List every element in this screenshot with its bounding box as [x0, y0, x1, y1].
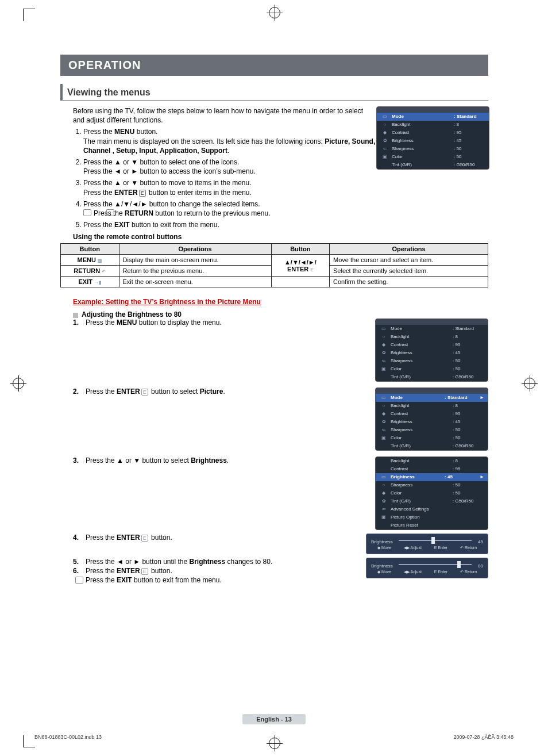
example-step-2: 2.Press the ENTERE button to select Pict…	[60, 387, 488, 456]
brightness-slider-45: Brightness 45 ◆ Move◀▶ AdjustE Enter↶ Re…	[366, 534, 488, 554]
cell-exit: EXIT →▮	[61, 277, 119, 287]
enter-icon: E	[141, 568, 148, 575]
enter-icon: E	[139, 190, 146, 197]
example-step-4: 4.Press the ENTERE button. Brightness 45…	[60, 534, 488, 558]
sound-icon: ○	[380, 121, 389, 128]
section-title: Viewing the menus	[60, 84, 488, 101]
example-step-3: 3.Press the ▲ or ▼ button to select Brig…	[60, 456, 488, 534]
example-step-1: 1.Press the MENU button to display the m…	[60, 318, 488, 387]
cell: Select the currently selected item.	[330, 266, 488, 277]
enter-icon: E	[141, 389, 148, 396]
cell-menu: MENU ▥	[61, 255, 119, 266]
step-2: Press the ▲ or ▼ button to select one of…	[83, 158, 382, 176]
brightness-slider-80: Brightness 80 ◆ Move◀▶ AdjustE Enter↶ Re…	[366, 558, 488, 578]
step-3: Press the ▲ or ▼ button to move to items…	[83, 178, 382, 197]
th-ops: Operations	[119, 244, 271, 255]
setup-icon: ✿	[380, 137, 389, 144]
crop-mark	[23, 9, 35, 21]
cell: Return to the previous menu.	[119, 266, 271, 277]
registration-mark-icon	[269, 7, 280, 18]
registration-mark-icon	[524, 378, 535, 389]
chapter-header: OPERATION	[60, 55, 488, 76]
content-area: OPERATION Viewing the menus Before using…	[60, 55, 488, 584]
print-footer: BN68-01883C-00L02.indb 13 2009-07-28 ¿ÀÈ…	[34, 734, 514, 740]
page-footer: English - 13	[0, 713, 548, 724]
remote-table-title: Using the remote control buttons	[60, 233, 488, 241]
th-button: Button	[61, 244, 119, 255]
timestamp: 2009-07-28 ¿ÀÈÄ 3:45:48	[453, 734, 514, 740]
cell-arrows: ▲/▼/◄/►/ENTER E	[271, 255, 329, 277]
steps-list: Press the MENU button. The main menu is …	[60, 127, 382, 229]
osd-preview-1: ▭Mode: Standard ○Backlight: 8 ◆Contrast:…	[376, 106, 489, 170]
note-icon	[75, 577, 83, 584]
th-ops2: Operations	[330, 244, 488, 255]
osd-preview-2: ▭Mode: Standard ○Backlight: 8 ◆Contrast:…	[375, 318, 488, 382]
square-bullet-icon	[73, 313, 78, 318]
manual-page: OPERATION Viewing the menus Before using…	[0, 0, 548, 756]
note: Press the RETURN button to return to the…	[83, 209, 382, 218]
app-icon: ▣	[380, 153, 389, 160]
cell	[271, 277, 329, 287]
channel-icon: ◆	[380, 129, 389, 136]
menu-icon: ▥	[98, 258, 102, 263]
picture-icon: ▭	[380, 113, 389, 120]
remote-buttons-table: Button Operations Button Operations MENU…	[60, 243, 488, 287]
input-icon: ⇐	[380, 145, 389, 152]
intro-text: Before using the TV, follow the steps be…	[60, 106, 372, 125]
cell: Confirm the setting.	[330, 277, 488, 287]
example-step-5-6: 5.Press the ◄ or ► button until the Brig…	[60, 558, 488, 584]
cell: Move the cursor and select an item.	[330, 255, 488, 266]
th-button2: Button	[271, 244, 329, 255]
chevron-right-icon: ►	[476, 394, 484, 401]
adjust-title: Adjusting the Brightness to 80	[60, 310, 488, 318]
exit-icon: →▮	[94, 280, 101, 285]
chevron-right-icon: ►	[476, 474, 484, 481]
enter-icon: E	[310, 267, 313, 273]
osd-preview-4: Backlight: 8 Contrast: 95 ▭Brightness: 4…	[375, 456, 488, 530]
registration-mark-icon	[13, 378, 24, 389]
cell: Exit the on-screen menu.	[119, 277, 271, 287]
step-5: Press the EXIT button to exit from the m…	[83, 220, 382, 229]
doc-id: BN68-01883C-00L02.indb 13	[34, 734, 102, 740]
cell: Display the main on-screen menu.	[119, 255, 271, 266]
osd-preview-3: ▭Mode: Standard► ○Backlight: 8 ◆Contrast…	[375, 387, 488, 451]
example-title: Example: Setting the TV’s Brightness in …	[73, 298, 488, 306]
step-1: Press the MENU button. The main menu is …	[83, 127, 382, 155]
enter-icon: E	[141, 535, 148, 542]
cell-return: RETURN ↶	[61, 266, 119, 277]
crop-mark	[23, 735, 35, 747]
step-4: Press the ▲/▼/◄/► button to change the s…	[83, 199, 382, 218]
page-number: English - 13	[242, 714, 306, 724]
return-icon: ↶	[102, 269, 106, 274]
